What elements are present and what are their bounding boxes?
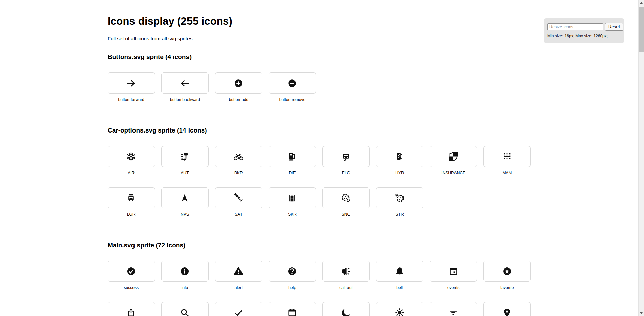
hybrid-pump-icon: [394, 151, 405, 162]
success-card: [108, 261, 155, 282]
megaphone-card: [322, 261, 370, 282]
auto-gear-card: [161, 146, 209, 167]
reset-button[interactable]: Reset: [605, 23, 623, 31]
bike-icon: [233, 151, 244, 162]
events-icon: [448, 266, 459, 277]
section-divider: [108, 110, 531, 110]
snow-tire-card: [376, 187, 423, 208]
help-card: [269, 261, 316, 282]
moon-card: [322, 302, 370, 316]
circle-minus-icon: [287, 78, 298, 89]
icon-cell: BKR: [215, 146, 262, 175]
circle-plus-card: [215, 72, 262, 94]
bell-icon: [394, 266, 405, 277]
events-card: [430, 261, 477, 282]
nav-arrow-icon: [179, 193, 190, 203]
icon-label: help: [288, 285, 296, 290]
luggage-car-icon: [126, 193, 137, 203]
arrow-left-card: [161, 72, 209, 94]
check-icon: [233, 307, 244, 316]
icon-label: INSURANCE: [441, 171, 465, 175]
calendar-icon: [287, 307, 298, 316]
location-card: [483, 302, 531, 316]
icon-cell: [269, 302, 316, 316]
icon-label: alert: [235, 285, 243, 290]
icon-cell: button-add: [215, 72, 262, 102]
icon-label: favorite: [500, 285, 514, 290]
help-icon: [287, 266, 298, 277]
scrollbar[interactable]: [638, 0, 644, 316]
icon-grid: button-forwardbutton-backwardbutton-addb…: [108, 72, 531, 102]
icon-grid: successinfoalerthelpcall-outbelleventsfa…: [108, 261, 531, 290]
icon-label: button-remove: [279, 97, 305, 102]
ski-rack-card: [269, 187, 316, 208]
manual-gear-card: [483, 146, 531, 167]
icon-label: bell: [396, 285, 403, 290]
icon-grid: AIRAUTBKRDIEELCHYBINSURANCEMAN: [108, 146, 531, 175]
icon-cell: [322, 302, 370, 316]
icon-cell: bell: [376, 261, 423, 290]
satellite-icon: [233, 193, 244, 203]
icon-cell: NVS: [161, 187, 209, 217]
search-icon: [179, 307, 190, 316]
sprite-section: Main.svg sprite (72 icons)successinfoale…: [108, 241, 531, 316]
icon-label: events: [447, 285, 459, 290]
electric-car-icon: [341, 151, 352, 162]
icon-grid: [108, 302, 531, 316]
icon-label: DIE: [289, 171, 296, 175]
ski-rack-icon: [287, 193, 298, 203]
icon-cell: INSURANCE: [430, 146, 477, 175]
star-circle-icon: [502, 266, 513, 277]
icon-label: SAT: [235, 212, 242, 217]
icon-cell: [161, 302, 209, 316]
hybrid-pump-card: [376, 146, 423, 167]
icon-cell: [108, 302, 155, 316]
check-card: [215, 302, 262, 316]
icon-label: NVS: [181, 212, 189, 217]
alert-icon: [233, 266, 244, 277]
icon-grid: LGRNVSSATSKRSNCSTR: [108, 187, 531, 217]
calendar-card: [269, 302, 316, 316]
arrow-left-icon: [179, 78, 190, 89]
filter-icon: [448, 307, 459, 316]
icon-cell: favorite: [483, 261, 531, 290]
bell-card: [376, 261, 423, 282]
icon-cell: button-forward: [108, 72, 155, 102]
icon-label: success: [124, 285, 139, 290]
arrow-right-card: [108, 72, 155, 94]
icon-label: LGR: [127, 212, 136, 217]
scrollbar-thumb[interactable]: [639, 7, 644, 52]
icons-display-page: Icons display (255 icons) Full set of al…: [0, 0, 638, 316]
icon-label: ELC: [342, 171, 350, 175]
section-heading: Car-options.svg sprite (14 icons): [108, 126, 531, 134]
icon-cell: STR: [376, 187, 423, 217]
moon-icon: [341, 307, 352, 316]
resize-icons-input[interactable]: [547, 23, 603, 30]
circle-plus-icon: [233, 78, 244, 89]
manual-gear-icon: [502, 151, 513, 162]
icon-label: button-add: [229, 97, 248, 102]
section-heading: Main.svg sprite (72 icons): [108, 241, 531, 249]
alert-card: [215, 261, 262, 282]
icon-cell: help: [269, 261, 316, 290]
icon-label: button-backward: [170, 97, 200, 102]
bike-card: [215, 146, 262, 167]
sprite-sections: Buttons.svg sprite (4 icons)button-forwa…: [108, 53, 531, 316]
snow-chains-icon: [341, 193, 352, 203]
scrollbar-up-arrow-icon[interactable]: [639, 0, 644, 6]
icon-cell: AUT: [161, 146, 209, 175]
icon-label: HYB: [395, 171, 404, 175]
icon-cell: call-out: [322, 261, 370, 290]
page-subtitle: Full set of all icons from all svg sprit…: [108, 36, 531, 42]
filter-card: [430, 302, 477, 316]
snow-chains-card: [322, 187, 370, 208]
icon-cell: button-backward: [161, 72, 209, 102]
arrow-right-icon: [126, 78, 137, 89]
icon-cell: [215, 302, 262, 316]
icon-cell: alert: [215, 261, 262, 290]
icon-cell: MAN: [483, 146, 531, 175]
scrollbar-down-arrow-icon[interactable]: [639, 310, 644, 316]
icon-cell: SKR: [269, 187, 316, 217]
section-heading: Buttons.svg sprite (4 icons): [108, 53, 531, 61]
electric-car-card: [322, 146, 370, 167]
